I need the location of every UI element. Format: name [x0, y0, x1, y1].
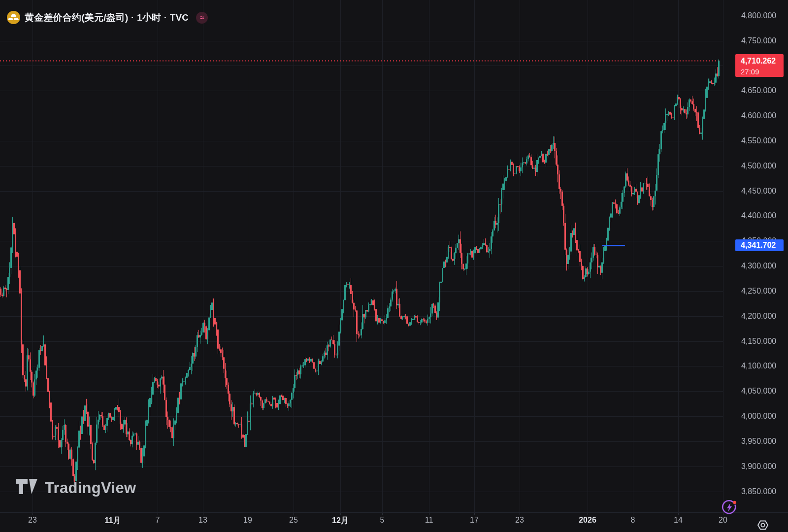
settings-icon[interactable]: [756, 519, 770, 532]
price-tick-label: 4,400.000: [741, 212, 776, 220]
reactions-icon[interactable]: [721, 499, 738, 518]
price-tick-label: 4,150.000: [741, 337, 776, 345]
price-tick-label: 4,800.000: [741, 12, 776, 20]
bar-countdown-timer: 27:09: [741, 66, 784, 77]
price-tick-label: 4,300.000: [741, 262, 776, 270]
price-tick-label: 4,000.000: [741, 412, 776, 420]
price-tick-label: 4,050.000: [741, 387, 776, 395]
current-price-value: 4,710.262: [741, 55, 784, 66]
price-tick-label: 4,750.000: [741, 37, 776, 45]
time-axis-label: 19: [233, 516, 263, 525]
current-price-label[interactable]: 4,710.262 27:09: [735, 54, 784, 77]
tradingview-logo-text: TradingView: [45, 479, 136, 497]
market-status-icon[interactable]: ≈: [196, 12, 208, 24]
time-axis-label: 12月: [326, 516, 355, 526]
time-axis-label: 13: [188, 516, 218, 525]
price-tick-label: 4,500.000: [741, 162, 776, 170]
time-axis-label: 14: [663, 516, 693, 525]
symbol-title[interactable]: 黄金差价合约(美元/盎司) · 1小时 · TVC: [25, 11, 189, 24]
time-axis-label: 25: [279, 516, 308, 525]
tradingview-logo[interactable]: TradingView: [16, 479, 136, 498]
time-axis-label: 11月: [98, 516, 128, 526]
price-tick-label: 4,650.000: [741, 87, 776, 95]
time-axis-label: 8: [618, 516, 648, 525]
price-tick-label: 4,600.000: [741, 112, 776, 120]
candlestick-chart[interactable]: [0, 0, 788, 532]
time-axis-label: 23: [505, 516, 534, 525]
chart-window: 黄金差价合约(美元/盎司) · 1小时 · TVC ≈ 4,800.0004,7…: [0, 0, 788, 532]
price-tick-label: 4,550.000: [741, 137, 776, 145]
time-axis-label: 7: [143, 516, 172, 525]
price-tick-label: 3,850.000: [741, 488, 776, 496]
price-level-value: 4,341.702: [741, 239, 784, 251]
time-axis-label: 17: [460, 516, 489, 525]
symbol-legend[interactable]: 黄金差价合约(美元/盎司) · 1小时 · TVC ≈: [7, 11, 208, 24]
time-axis-label: 2026: [573, 516, 602, 525]
tradingview-logo-icon: [16, 479, 38, 498]
price-tick-label: 4,200.000: [741, 312, 776, 320]
price-level-label[interactable]: 4,341.702: [735, 239, 784, 251]
price-tick-label: 4,100.000: [741, 362, 776, 370]
price-tick-label: 4,450.000: [741, 187, 776, 195]
price-tick-label: 4,250.000: [741, 287, 776, 295]
time-axis-label: 5: [367, 516, 397, 525]
time-axis-label: 23: [18, 516, 47, 525]
price-tick-label: 3,950.000: [741, 437, 776, 445]
time-axis-label: 11: [414, 516, 444, 525]
gold-bars-icon: [7, 11, 20, 24]
time-axis-separator: [0, 512, 788, 513]
price-tick-label: 3,900.000: [741, 463, 776, 470]
